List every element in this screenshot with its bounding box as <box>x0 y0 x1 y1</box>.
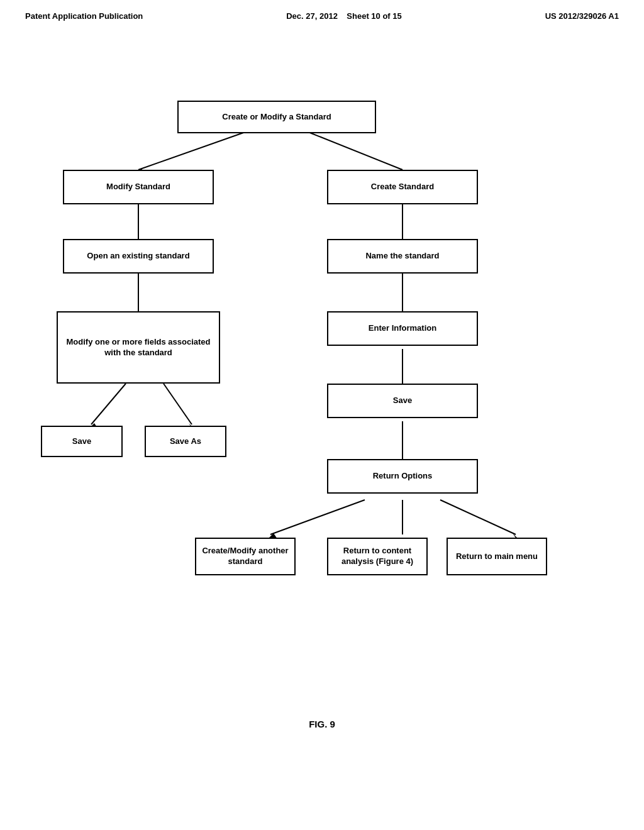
svg-line-2 <box>308 132 402 170</box>
svg-line-10 <box>164 384 192 424</box>
figure-label: FIG. 9 <box>309 719 335 729</box>
box-save-right: Save <box>327 384 478 418</box>
box-return-main: Return to main menu <box>447 538 547 575</box>
box-return-options: Return Options <box>327 459 478 494</box>
box-name-standard: Name the standard <box>327 239 478 274</box>
header-publisher: Patent Application Publication <box>25 11 143 21</box>
box-open-existing: Open an existing standard <box>63 239 214 274</box>
box-create-standard: Create Standard <box>327 170 478 204</box>
box-modify-fields: Modify one or more fields associated wit… <box>57 311 220 384</box>
box-modify-standard: Modify Standard <box>63 170 214 204</box>
svg-line-8 <box>91 384 126 424</box>
svg-line-24 <box>440 500 516 534</box>
box-return-content: Return to content analysis (Figure 4) <box>327 538 428 575</box>
box-enter-info: Enter Information <box>327 311 478 346</box>
header-date: Dec. 27, 2012 <box>286 11 338 21</box>
box-root: Create or Modify a Standard <box>177 101 376 133</box>
header-date-sheet: Dec. 27, 2012 Sheet 10 of 15 <box>286 11 402 21</box>
box-create-modify-another: Create/Modify another standard <box>195 538 296 575</box>
box-save-as: Save As <box>145 426 226 457</box>
box-save-left: Save <box>41 426 123 457</box>
svg-line-0 <box>138 132 245 170</box>
svg-line-20 <box>270 500 365 534</box>
header-patent: US 2012/329026 A1 <box>545 11 619 21</box>
diagram-area: Create or Modify a Standard Modify Stand… <box>0 88 644 748</box>
header-sheet: Sheet 10 of 15 <box>347 11 401 21</box>
page-header: Patent Application Publication Dec. 27, … <box>0 0 644 21</box>
